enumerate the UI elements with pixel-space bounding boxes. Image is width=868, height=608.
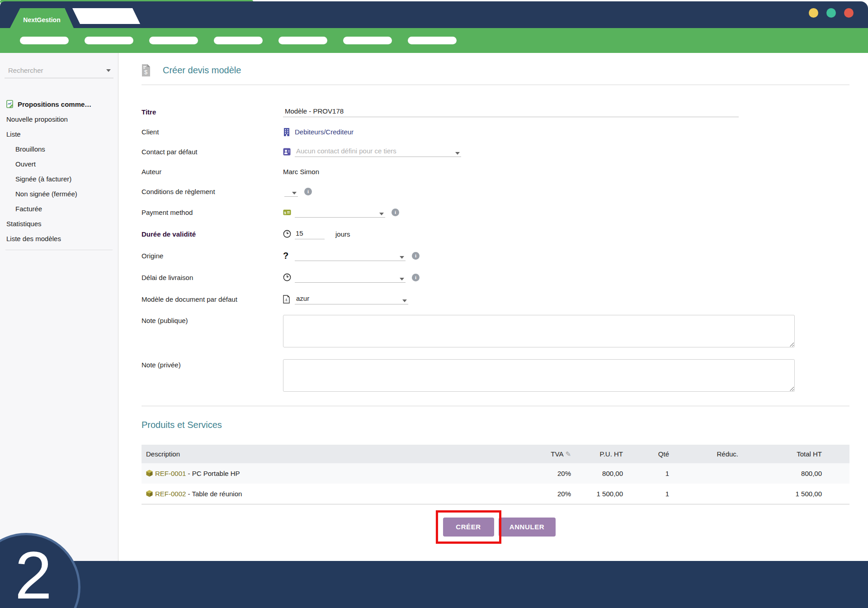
chevron-down-icon: [402, 299, 407, 302]
form-row-auteur: Auteur Marc Simon: [142, 162, 849, 181]
product-ref-link[interactable]: REF-0001: [155, 470, 186, 477]
conditions-select[interactable]: [284, 186, 298, 197]
nav-pill-1[interactable]: [20, 37, 69, 44]
cancel-button[interactable]: ANNULER: [499, 518, 556, 537]
col-total-ht: Total HT: [742, 445, 826, 463]
product-tva: 20%: [517, 463, 575, 484]
form-actions: CRÉER ANNULER: [142, 510, 849, 544]
conditions-label: Conditions de règlement: [142, 188, 283, 195]
col-description: Description: [142, 445, 517, 463]
svg-text:A: A: [284, 298, 288, 302]
col-qte: Qté: [627, 445, 673, 463]
chevron-down-icon: [400, 278, 404, 280]
sidebar-item-brouillons[interactable]: Brouillons: [5, 142, 113, 157]
client-label: Client: [142, 128, 283, 136]
contact-select[interactable]: Aucun contact défini pour ce tiers: [295, 146, 461, 157]
form-row-origine: Origine ? i: [142, 245, 849, 266]
sidebar-item-ouvert[interactable]: Ouvert: [5, 157, 113, 171]
info-icon[interactable]: i: [412, 252, 420, 260]
minimize-dot[interactable]: [809, 8, 818, 18]
info-icon[interactable]: i: [392, 209, 399, 216]
auteur-value: Marc Simon: [283, 168, 319, 176]
form-row-delai: Délai de livraison i: [142, 266, 849, 288]
sidebar-item-statistiques[interactable]: Statistiques: [5, 216, 113, 231]
note-privee-label: Note (privée): [142, 359, 283, 369]
nav-pill-7[interactable]: [408, 37, 457, 44]
step-number: 2: [15, 542, 52, 608]
page-head: $ Créer devis modèle: [142, 64, 849, 77]
client-link[interactable]: Debiteurs/Crediteur: [295, 128, 354, 136]
pencil-icon[interactable]: ✎: [565, 450, 571, 458]
sidebar-item-nouvelle-proposition[interactable]: Nouvelle proposition: [5, 112, 113, 127]
document-template-select[interactable]: azur: [295, 294, 408, 304]
col-reduc: Réduc.: [673, 445, 742, 463]
duree-label: Durée de validité: [142, 230, 283, 238]
nav-pill-4[interactable]: [214, 37, 263, 44]
search-placeholder: Rechercher: [8, 66, 43, 74]
note-privee-textarea[interactable]: [283, 359, 795, 392]
section-divider: [142, 406, 849, 406]
sidebar-item-liste[interactable]: Liste: [5, 127, 113, 142]
nav-pill-2[interactable]: [85, 37, 133, 44]
form-row-contact: Contact par défaut Au: [142, 142, 849, 162]
sidebar-menu: Propositions comme… Nouvelle proposition…: [5, 96, 113, 250]
create-button[interactable]: CRÉER: [443, 518, 494, 537]
maximize-dot[interactable]: [826, 8, 836, 18]
titre-input[interactable]: [283, 106, 739, 117]
col-tva: TVA✎: [517, 445, 575, 463]
chevron-down-icon: [379, 213, 384, 215]
building-icon: [283, 128, 290, 136]
info-icon[interactable]: i: [304, 188, 312, 195]
delai-select[interactable]: [295, 272, 406, 283]
products-heading: Produits et Services: [142, 420, 849, 430]
chevron-down-icon: [400, 256, 404, 259]
nav-pill-5[interactable]: [278, 37, 327, 44]
info-icon[interactable]: i: [412, 274, 420, 281]
form-row-duree: Durée de validité jours: [142, 223, 849, 245]
payment-label: Payment method: [142, 209, 283, 216]
payment-select[interactable]: [295, 207, 385, 218]
payment-card-icon: $: [283, 209, 291, 215]
sidebar-search[interactable]: Rechercher: [5, 66, 113, 78]
window-controls: [809, 8, 854, 18]
product-name: - PC Portable HP: [186, 470, 240, 477]
auteur-label: Auteur: [142, 168, 283, 176]
svg-text:$: $: [284, 210, 287, 214]
products-header-row: Description TVA✎ P.U. HT Qté Réduc. Tota…: [142, 445, 849, 463]
create-quote-form: Titre Client: [142, 102, 849, 392]
close-dot[interactable]: [844, 8, 854, 18]
nav-pill-3[interactable]: [149, 37, 198, 44]
annotation-highlight-box: CRÉER: [436, 510, 501, 544]
note-publique-label: Note (publique): [142, 315, 283, 324]
product-qty: 1: [627, 463, 673, 484]
page-title: Créer devis modèle: [163, 65, 241, 76]
titre-label: Titre: [142, 108, 283, 116]
bill-document-icon: $: [142, 64, 151, 77]
product-name: - Table de réunion: [186, 490, 242, 498]
sidebar-item-signee[interactable]: Signée (à facturer): [5, 171, 113, 186]
sidebar-item-non-signee[interactable]: Non signée (fermée): [5, 186, 113, 201]
modele-label: Modèle de document par défaut: [142, 295, 283, 303]
question-icon: ?: [283, 251, 288, 261]
footer-bar: [0, 561, 868, 608]
product-total: 1 500,00: [742, 484, 826, 504]
sidebar-item-liste-des-modeles[interactable]: Liste des modèles: [5, 231, 113, 246]
duree-input[interactable]: [295, 228, 325, 239]
chevron-down-icon: [292, 192, 297, 195]
form-row-modele-document: Modèle de document par défaut A azur: [142, 288, 849, 310]
col-spacer: [826, 445, 849, 463]
app-window: NextGestion Rechercher: [0, 0, 868, 608]
form-row-client: Client Debiteurs/Crediteur: [142, 122, 849, 142]
chevron-down-icon: [455, 152, 460, 155]
clock-icon: [283, 230, 291, 238]
product-row: REF-0001 - PC Portable HP 20% 800,00 1 8…: [142, 463, 849, 484]
origine-select[interactable]: [295, 250, 406, 261]
sidebar-item-facturee[interactable]: Facturée: [5, 201, 113, 216]
note-publique-textarea[interactable]: [283, 315, 795, 347]
contact-label: Contact par défaut: [142, 148, 283, 156]
pdf-document-icon: A: [283, 295, 290, 304]
product-ref-link[interactable]: REF-0002: [155, 490, 186, 498]
sidebar-item-propositions[interactable]: Propositions comme…: [5, 96, 113, 112]
nav-pill-6[interactable]: [343, 37, 392, 44]
contact-placeholder: Aucun contact défini pour ce tiers: [296, 147, 396, 155]
